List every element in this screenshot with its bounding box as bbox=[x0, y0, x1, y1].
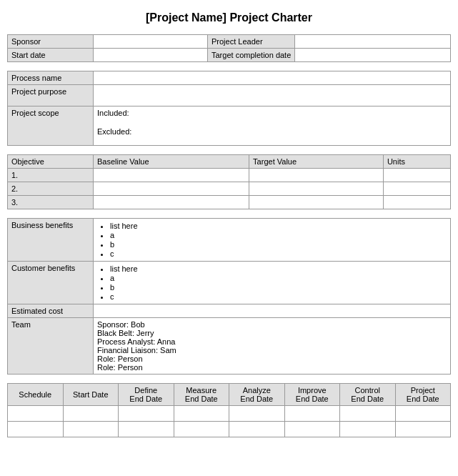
project-leader-label: Project Leader bbox=[208, 35, 295, 49]
list-item: a bbox=[110, 274, 447, 282]
list-item: b bbox=[110, 240, 447, 249]
define-end-header: DefineEnd Date bbox=[119, 384, 174, 406]
sched-col-7 bbox=[340, 406, 396, 422]
business-benefits-list: list here a b c bbox=[97, 222, 447, 258]
team-member: Black Belt: Jerry bbox=[97, 329, 447, 337]
sched-col-8 bbox=[395, 422, 451, 437]
list-item: a bbox=[110, 231, 447, 239]
team-member: Sponsor: Bob bbox=[97, 320, 447, 329]
sched-col-3 bbox=[119, 422, 174, 437]
start-date-label: Start date bbox=[8, 49, 94, 62]
units-header: Units bbox=[383, 155, 450, 169]
project-purpose-label: Project purpose bbox=[8, 85, 94, 106]
list-item: list here bbox=[110, 222, 447, 230]
business-benefits-value: list here a b c bbox=[94, 219, 451, 262]
schedule-row-2 bbox=[8, 422, 451, 437]
project-end-header: ProjectEnd Date bbox=[395, 384, 451, 406]
obj-baseline-2 bbox=[94, 182, 249, 196]
target-header: Target Value bbox=[249, 155, 384, 169]
project-purpose-value bbox=[94, 85, 451, 106]
team-value: Sponsor: Bob Black Belt: Jerry Process A… bbox=[94, 318, 451, 375]
project-scope-label: Project scope bbox=[8, 106, 94, 146]
sched-col-5 bbox=[229, 406, 285, 422]
process-name-value bbox=[94, 71, 451, 85]
obj-units-3 bbox=[383, 196, 450, 209]
start-date-value bbox=[94, 49, 208, 62]
analyze-end-header: AnalyzeEnd Date bbox=[229, 384, 285, 406]
business-benefits-label: Business benefits bbox=[8, 219, 94, 262]
target-completion-value bbox=[295, 49, 451, 62]
sponsor-value bbox=[94, 35, 208, 49]
project-scope-value: Included: Excluded: bbox=[94, 106, 451, 146]
list-item: b bbox=[110, 283, 447, 292]
included-label: Included: bbox=[97, 109, 447, 117]
page-title: [Project Name] Project Charter bbox=[7, 11, 451, 24]
obj-target-2 bbox=[249, 182, 384, 196]
process-name-label: Process name bbox=[8, 71, 94, 85]
details-table: Process name Project purpose Project sco… bbox=[7, 71, 451, 146]
sched-col-3 bbox=[119, 406, 174, 422]
sponsor-label: Sponsor bbox=[8, 35, 94, 49]
schedule-row-1 bbox=[8, 406, 451, 422]
project-leader-value bbox=[295, 35, 451, 49]
improve-end-header: ImproveEnd Date bbox=[284, 384, 340, 406]
obj-target-1 bbox=[249, 169, 384, 182]
estimated-cost-value bbox=[94, 304, 451, 318]
estimated-cost-label: Estimated cost bbox=[8, 304, 94, 318]
obj-units-2 bbox=[383, 182, 450, 196]
sched-col-8 bbox=[395, 406, 451, 422]
sched-col-4 bbox=[174, 422, 229, 437]
sched-col-7 bbox=[340, 422, 396, 437]
list-item: c bbox=[110, 249, 447, 258]
excluded-label: Excluded: bbox=[97, 127, 447, 136]
objective-row-1: 1. bbox=[8, 169, 451, 182]
team-member: Process Analyst: Anna bbox=[97, 337, 447, 346]
objectives-table: Objective Baseline Value Target Value Un… bbox=[7, 154, 451, 209]
team-member: Role: Person bbox=[97, 363, 447, 372]
sched-col-6 bbox=[284, 422, 340, 437]
customer-benefits-label: Customer benefits bbox=[8, 262, 94, 304]
control-end-header: ControlEnd Date bbox=[340, 384, 396, 406]
sched-col-2 bbox=[63, 406, 119, 422]
objective-header: Objective bbox=[8, 155, 94, 169]
schedule-header: Schedule bbox=[8, 384, 64, 406]
sched-col-1 bbox=[8, 406, 64, 422]
benefits-table: Business benefits list here a b c Custom… bbox=[7, 218, 451, 375]
list-item: c bbox=[110, 292, 447, 301]
list-item: list here bbox=[110, 264, 447, 273]
obj-target-3 bbox=[249, 196, 384, 209]
team-member: Financial Liaison: Sam bbox=[97, 346, 447, 354]
customer-benefits-value: list here a b c bbox=[94, 262, 451, 304]
sched-col-6 bbox=[284, 406, 340, 422]
measure-end-header: MeasureEnd Date bbox=[174, 384, 229, 406]
baseline-header: Baseline Value bbox=[94, 155, 249, 169]
team-member: Role: Person bbox=[97, 354, 447, 363]
start-date-header: Start Date bbox=[63, 384, 119, 406]
info-table: Sponsor Project Leader Start date Target… bbox=[7, 34, 451, 62]
customer-benefits-list: list here a b c bbox=[97, 264, 447, 301]
objective-row-2: 2. bbox=[8, 182, 451, 196]
obj-num-1: 1. bbox=[8, 169, 94, 182]
obj-num-3: 3. bbox=[8, 196, 94, 209]
schedule-table: Schedule Start Date DefineEnd Date Measu… bbox=[7, 383, 451, 437]
sched-col-2 bbox=[63, 422, 119, 437]
sched-col-1 bbox=[8, 422, 64, 437]
objective-row-3: 3. bbox=[8, 196, 451, 209]
sched-col-5 bbox=[229, 422, 285, 437]
team-label: Team bbox=[8, 318, 94, 375]
obj-baseline-3 bbox=[94, 196, 249, 209]
obj-baseline-1 bbox=[94, 169, 249, 182]
obj-units-1 bbox=[383, 169, 450, 182]
sched-col-4 bbox=[174, 406, 229, 422]
obj-num-2: 2. bbox=[8, 182, 94, 196]
target-completion-label: Target completion date bbox=[208, 49, 295, 62]
